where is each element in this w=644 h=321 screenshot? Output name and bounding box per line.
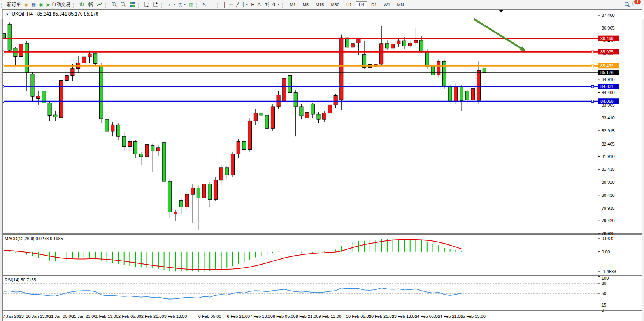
bull-candle [202,184,206,198]
timeframe-w1[interactable]: W1 [381,1,393,8]
bull-candle [391,44,395,48]
bear-candle [151,145,154,151]
zoom-in-icon[interactable] [110,0,119,9]
chart-canvas[interactable]: 87.40086.90586.41085.90085.42084.91084.4… [0,9,644,321]
bull-candle [454,87,458,101]
svg-text:15: 15 [602,303,606,307]
svg-text:80.410: 80.410 [602,193,615,198]
bear-candle [403,41,406,46]
text-icon[interactable]: A [256,0,262,9]
channel-icon[interactable]: ∥E [240,0,249,9]
bear-candle [483,68,486,72]
toolbar-grip[interactable] [1,2,4,8]
bull-candle [237,141,240,154]
fibonacci-icon[interactable]: F [249,0,256,9]
window-splitter[interactable] [0,19,3,321]
bull-candle [191,188,195,195]
timeframe-d1[interactable]: D1 [368,1,380,8]
svg-text:0: 0 [602,308,604,312]
toolbar-grip[interactable] [217,2,220,8]
template-icon[interactable]: ▥ [187,0,195,9]
bear-candle [311,104,314,114]
time-label: 30 Jan 13:00 [26,314,51,319]
toolbar-grip[interactable] [196,2,199,8]
auto-scroll-icon[interactable] [142,0,151,9]
new-order-button[interactable]: 新订单 [5,0,23,9]
search-icon[interactable] [623,0,632,9]
notifications-button[interactable]: 1 [632,1,639,8]
zoom-out-icon[interactable] [119,0,128,9]
timeframe-m5[interactable]: M5 [300,1,312,8]
bear-candle [425,51,429,66]
chart-shift-icon[interactable] [151,0,160,9]
bear-candle [317,114,320,119]
bear-candle [168,181,172,212]
add-indicator-icon[interactable]: ＋▾ [165,0,177,9]
right-gutter [642,19,644,321]
crosshair-icon[interactable]: ＋ [208,0,216,9]
bull-candle [408,43,412,46]
line-chart-icon[interactable] [95,0,104,9]
svg-text:86.905: 86.905 [602,26,615,30]
candlestick-chart-icon[interactable] [86,0,95,9]
bear-candle [385,44,389,48]
timeframe-h4[interactable]: H4 [356,1,367,8]
horizontal-line-icon[interactable]: ─ [228,0,234,9]
price-tag-label: 84.631 [600,84,614,89]
svg-text:80: 80 [602,281,606,286]
data-window-icon[interactable]: ▦ [30,0,37,9]
collapse-icon[interactable]: ▼ [5,12,9,16]
period-clock-icon[interactable]: ◷▾ [177,0,187,9]
svg-text:100: 100 [602,276,609,281]
bear-candle [260,113,263,115]
tile-windows-icon[interactable] [128,0,137,9]
bull-candle [111,125,114,131]
pivot-line-85432-handle[interactable] [591,65,594,67]
arrows-icon[interactable]: ↯▾ [270,0,281,9]
bear-candle [117,125,120,136]
bull-candle [60,80,63,117]
bear-candle [31,74,34,97]
time-label: 10 Feb 05:00 [346,314,371,319]
trendline-icon[interactable]: ╱ [235,0,241,9]
toolbar-grip[interactable] [161,2,164,8]
svg-text:87.400: 87.400 [602,13,615,18]
bull-candle [174,212,177,214]
toolbar-grip[interactable] [138,2,140,8]
market-watch-icon[interactable]: ◆ [23,0,30,9]
timeframe-m30[interactable]: M30 [328,1,342,8]
support-line-84631-handle[interactable] [591,85,594,88]
timeframe-h1[interactable]: H1 [343,1,355,8]
timeframe-m15[interactable]: M15 [312,1,327,8]
toolbar-grip[interactable] [73,2,76,8]
bull-candle [437,61,440,75]
time-axis[interactable]: 27 Jan 202330 Jan 13:0031 Jan 05:0031 Ja… [0,314,486,319]
auto-trading-button[interactable]: ▶自动交易 [45,0,72,9]
bull-candle [145,144,149,157]
toolbar-grip[interactable] [105,2,108,8]
bull-candle [340,38,343,100]
svg-text:81.415: 81.415 [602,167,615,172]
bear-candle [465,91,469,100]
macd-indicator-label: MACD(12,26,9) 0.0278 0.1985 [5,236,63,241]
time-label: 8 Feb 21:00 [296,314,319,319]
label-icon[interactable]: T [262,0,270,9]
support-line-84058-handle[interactable] [591,100,594,102]
time-label: 15 Feb 13:00 [460,314,486,319]
cursor-icon[interactable]: ↖ [200,0,208,9]
bull-candle [82,57,86,63]
bear-candle [460,87,463,101]
time-label: 1 Feb 13:00 [95,314,118,319]
svg-text:81.910: 81.910 [602,154,615,159]
bear-candle [105,119,109,131]
toolbar-grip[interactable] [282,2,285,8]
bear-candle [442,61,446,86]
bull-candle [219,168,223,180]
bear-candle [346,38,349,47]
resistance-line-85975-handle[interactable] [591,51,594,53]
timeframe-mn[interactable]: MN [394,1,407,8]
bar-chart-icon[interactable] [77,0,86,9]
signal-icon[interactable]: ◉ [37,0,45,9]
timeframe-m1[interactable]: M1 [287,1,299,8]
vertical-line-icon[interactable]: │ [221,0,228,9]
